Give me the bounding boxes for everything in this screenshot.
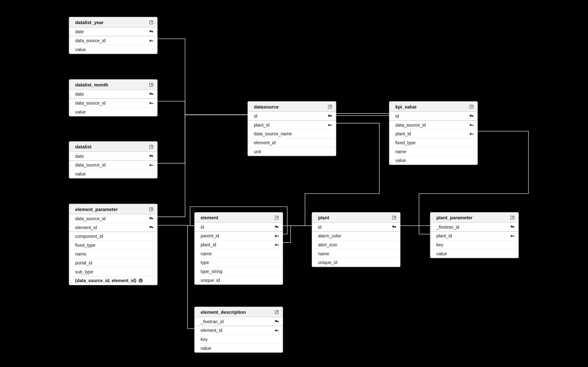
column-row[interactable]: id [248, 112, 336, 121]
column-row[interactable]: id [312, 223, 400, 232]
column-label: name [395, 149, 406, 154]
column-row[interactable]: unique_id [312, 258, 400, 267]
column-row[interactable]: date [69, 152, 157, 161]
column-row[interactable]: data_source_id [389, 120, 477, 129]
column-row[interactable]: value [69, 169, 157, 178]
connector-line [157, 115, 248, 163]
column-row[interactable]: date [69, 27, 157, 36]
expand-icon[interactable] [148, 206, 154, 212]
column-row[interactable]: data_source_name [248, 130, 336, 139]
entity-element[interactable]: elementidparent_idplant_idnametypetype_s… [194, 212, 283, 285]
column-row[interactable]: element_id [248, 138, 336, 147]
column-row[interactable]: name [195, 249, 283, 258]
expand-icon[interactable] [148, 144, 154, 149]
column-row[interactable]: value [69, 45, 157, 54]
column-label: id [318, 224, 321, 229]
entity-datalist[interactable]: datalistdatedata_source_idvalue [69, 141, 157, 178]
column-label: data_source_name [254, 131, 292, 136]
column-label: fixed_type [395, 140, 415, 145]
column-label: alert_icon [318, 242, 337, 247]
column-row[interactable]: element_id [69, 223, 157, 232]
column-row[interactable]: _fivetran_id [431, 223, 519, 232]
entity-plant[interactable]: plantidalarm_coloralert_iconnameunique_i… [312, 212, 400, 267]
svg-point-2 [150, 40, 151, 41]
column-row[interactable]: component_id [69, 232, 157, 241]
column-row[interactable]: unit [248, 147, 336, 156]
expand-icon[interactable] [148, 82, 154, 87]
svg-point-20 [276, 330, 276, 331]
column-row[interactable]: alert_icon [312, 240, 400, 249]
svg-point-26 [470, 133, 471, 134]
column-row[interactable]: portal_id [69, 259, 157, 267]
entity-datalist_month[interactable]: datalist_monthdatedata_source_idvalue [69, 79, 157, 117]
column-row[interactable]: fixed_type [389, 138, 477, 147]
entity-plant_parameter[interactable]: plant_parameter_fivetran_idplant_idkeyva… [430, 212, 519, 258]
foreign-key-icon [328, 123, 332, 127]
column-row[interactable]: element_id [195, 326, 283, 335]
column-row[interactable]: date [69, 90, 157, 99]
column-row[interactable]: parent_id [195, 231, 283, 240]
column-row[interactable]: plant_id [195, 240, 283, 249]
column-row[interactable]: data_source_id [69, 98, 157, 108]
column-row[interactable]: data_source_id [69, 214, 157, 223]
expand-icon[interactable] [327, 104, 332, 109]
column-row[interactable]: value [195, 344, 283, 352]
column-label: parent_id [201, 233, 219, 238]
column-label: value [395, 158, 406, 163]
expand-icon[interactable] [148, 19, 154, 25]
column-label: type [201, 260, 209, 265]
column-row[interactable]: key [195, 335, 283, 344]
column-row[interactable]: data_source_id [69, 36, 157, 45]
column-row[interactable]: value [69, 108, 157, 116]
expand-icon[interactable] [274, 215, 279, 220]
column-row[interactable]: type_string [195, 267, 283, 276]
column-row[interactable]: unique_id [195, 276, 283, 284]
entity-datasource[interactable]: datasourceidplant_iddata_source_nameelem… [248, 101, 336, 156]
primary-key-icon [149, 154, 154, 158]
column-row[interactable]: key [431, 240, 519, 249]
column-row[interactable]: value [431, 249, 519, 258]
entity-kpi_value[interactable]: kpi_valueiddata_source_idplant_idfixed_t… [389, 101, 478, 165]
entity-header[interactable]: element_description [195, 307, 283, 317]
column-row[interactable]: id [389, 112, 477, 121]
column-row[interactable]: plant_id [431, 231, 519, 240]
column-label: portal_id [75, 260, 92, 265]
column-row[interactable]: sub_type [69, 267, 157, 276]
column-row[interactable]: type [195, 258, 283, 267]
column-row[interactable]: (data_source_id, element_id)i [69, 276, 157, 285]
entity-header[interactable]: kpi_value [389, 102, 477, 112]
entity-header[interactable]: datalist [69, 142, 157, 152]
column-row[interactable]: plant_id [248, 120, 336, 129]
expand-icon[interactable] [468, 104, 474, 109]
column-row[interactable]: id [195, 223, 283, 232]
column-row[interactable]: value [389, 156, 477, 165]
entity-element_parameter[interactable]: element_parameterdata_source_idelement_i… [69, 204, 157, 285]
entity-title: datalist_year [75, 20, 104, 25]
column-row[interactable]: name [312, 249, 400, 258]
column-row[interactable]: alarm_color [312, 231, 400, 240]
column-row[interactable]: fixed_type [69, 241, 157, 250]
entity-header[interactable]: element [195, 213, 283, 223]
entity-title: element_description [201, 309, 246, 315]
entity-header[interactable]: datasource [248, 102, 336, 112]
column-row[interactable]: _fivetran_id [195, 317, 283, 326]
expand-icon[interactable] [391, 215, 397, 220]
foreign-key-icon [275, 242, 279, 247]
column-row[interactable]: data_source_id [69, 160, 157, 169]
entity-header[interactable]: datalist_year [69, 17, 157, 27]
svg-point-29 [511, 236, 512, 236]
entity-header[interactable]: element_parameter [69, 204, 157, 214]
svg-point-15 [276, 236, 276, 236]
column-row[interactable]: plant_id [389, 130, 477, 139]
entity-header[interactable]: plant_parameter [431, 213, 519, 223]
column-row[interactable]: name [69, 250, 157, 259]
entity-element_description[interactable]: element_description_fivetran_idelement_i… [194, 307, 283, 352]
column-label: name [201, 251, 212, 256]
entity-header[interactable]: datalist_month [69, 80, 157, 90]
entity-header[interactable]: plant [312, 213, 400, 223]
entity-datalist_year[interactable]: datalist_yeardatedata_source_idvalue [69, 17, 157, 54]
column-row[interactable]: name [389, 147, 477, 156]
erd-canvas[interactable]: datalist_yeardatedata_source_idvaluedata… [0, 0, 587, 367]
expand-icon[interactable] [274, 309, 279, 315]
expand-icon[interactable] [510, 215, 515, 220]
